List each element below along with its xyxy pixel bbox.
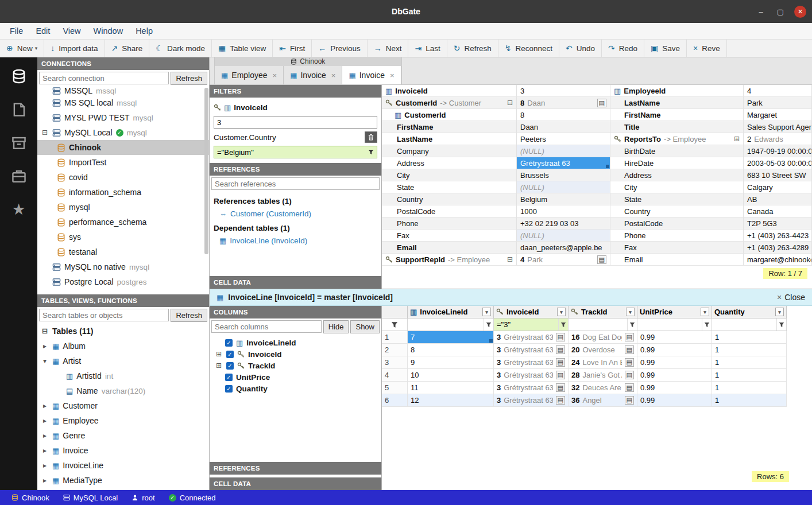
lookup-icon[interactable]: ▤ <box>556 396 565 405</box>
checkbox[interactable]: ✓ <box>225 339 233 347</box>
chevron-right-icon[interactable]: ▸ <box>41 342 49 350</box>
grid-cell[interactable]: 3 Grétrystraat 63 ▤ <box>494 394 569 407</box>
filter-icon[interactable] <box>558 318 568 331</box>
form-value[interactable]: Park <box>744 97 812 109</box>
grid-cell[interactable]: 3 Grétrystraat 63 ▤ <box>494 382 569 394</box>
form-value-selected[interactable]: Grétrystraat 63 <box>517 157 610 169</box>
filter-funnel-icon[interactable] <box>365 146 377 158</box>
menu-edit[interactable]: Edit <box>29 25 56 37</box>
grid-cell[interactable]: 12 <box>408 394 494 407</box>
form-value[interactable]: AB <box>744 193 812 205</box>
collapse-icon[interactable]: ⊟ <box>41 327 49 335</box>
menu-window[interactable]: Window <box>87 25 130 37</box>
close-icon[interactable]: × <box>273 71 277 80</box>
form-value-fk[interactable]: 2 Edwards <box>744 133 812 145</box>
table-item-album[interactable]: ▸ ▦ Album <box>37 339 209 354</box>
checkbox[interactable]: ✓ <box>225 374 233 381</box>
status-user[interactable]: root <box>125 494 161 502</box>
redo-button[interactable]: ↷ Redo <box>602 40 644 57</box>
expand-icon[interactable]: ⊞ <box>734 135 740 143</box>
lookup-icon[interactable]: ▤ <box>625 358 634 367</box>
grid-cell[interactable]: 24 Love In An Elevator ▤ <box>569 356 637 369</box>
invoiceid-filter-input[interactable] <box>214 116 377 129</box>
scrollbar[interactable] <box>204 88 208 254</box>
database-item[interactable]: sys <box>37 230 209 244</box>
last-button[interactable]: ⇥ Last <box>408 40 447 57</box>
chevron-down-icon[interactable]: ▾ <box>626 308 635 316</box>
filter-cell-unitprice[interactable] <box>637 318 712 331</box>
form-value[interactable]: 1000 <box>517 205 610 217</box>
column-header-invoiceid[interactable]: InvoiceId ▾ <box>494 306 569 318</box>
row-number[interactable]: 1 <box>382 331 408 344</box>
fill-handle[interactable] <box>606 165 609 168</box>
grid-cell[interactable]: 16 Dog Eat Dog ▤ <box>569 331 637 344</box>
reference-link-customer[interactable]: ⇔ Customer (CustomerId) <box>214 208 377 220</box>
form-value[interactable]: daan_peeters@apple.be <box>517 242 610 254</box>
lookup-icon[interactable]: ▤ <box>597 99 606 107</box>
filter-cell-quantity[interactable] <box>712 318 787 331</box>
row-number[interactable]: 6 <box>382 394 408 407</box>
grid-cell[interactable]: 36 Angel ▤ <box>569 394 637 407</box>
filter-cell-trackid[interactable] <box>569 318 637 331</box>
search-tables-input[interactable] <box>39 309 169 321</box>
grid-cell[interactable]: 28 Janie's Got A Gun ▤ <box>569 369 637 382</box>
menu-view[interactable]: View <box>56 25 87 37</box>
form-value[interactable]: margaret@chinookcorp.com <box>744 254 812 266</box>
grid-cell[interactable]: 0.99 <box>637 356 712 369</box>
column-toggle-unitprice[interactable]: ✓ UnitPrice <box>210 371 381 383</box>
table-item-customer[interactable]: ▸ ▦ Customer <box>37 398 209 413</box>
form-value[interactable]: 3 <box>517 85 610 97</box>
close-detail-button[interactable]: × Close <box>777 293 805 302</box>
connection-item[interactable]: Postgre Local postgres <box>37 274 209 289</box>
chevron-right-icon[interactable]: ▸ <box>41 417 49 425</box>
share-button[interactable]: ↗ Share <box>105 40 150 57</box>
remove-filter-button[interactable] <box>365 131 377 143</box>
grid-cell[interactable]: 1 <box>712 356 787 369</box>
table-item-genre[interactable]: ▸ ▦ Genre <box>37 428 209 443</box>
dark-mode-button[interactable]: ☾ Dark mode <box>149 40 212 57</box>
menu-file[interactable]: File <box>3 25 29 37</box>
connection-item[interactable]: MSSQL mssql <box>37 87 209 95</box>
table-view-button[interactable]: ▦ Table view <box>212 40 273 57</box>
chevron-right-icon[interactable]: ▸ <box>41 476 49 484</box>
database-item[interactable]: mysql <box>37 200 209 215</box>
show-button[interactable]: Show <box>350 320 380 333</box>
form-value[interactable]: 4 <box>744 85 812 97</box>
connections-refresh-button[interactable]: Refresh <box>171 72 207 85</box>
connection-item[interactable]: MS SQL local mssql <box>37 95 209 110</box>
favorites-nav-button[interactable]: ★ <box>0 193 37 226</box>
filter-icon[interactable] <box>776 318 786 331</box>
grid-cell[interactable]: 20 Overdose ▤ <box>569 344 637 356</box>
form-value[interactable]: 683 10 Street SW <box>744 169 812 181</box>
connection-item-mysql-local[interactable]: ⊟ MySQL Local ✓ mysql <box>37 125 209 140</box>
grid-cell[interactable]: 1 <box>712 394 787 407</box>
lookup-icon[interactable]: ▤ <box>556 333 565 341</box>
menu-help[interactable]: Help <box>129 25 159 37</box>
chevron-right-icon[interactable]: ▸ <box>41 402 49 410</box>
column-toggle-invoicelineid[interactable]: ✓ ▥ InvoiceLineId <box>210 337 381 348</box>
form-value[interactable]: +1 (403) 263-4423 <box>744 230 812 242</box>
tab-invoice-2[interactable]: ▦ Invoice × <box>342 66 401 84</box>
grid-cell[interactable]: 0.99 <box>637 382 712 394</box>
connection-item[interactable]: MySQL no native mysql <box>37 259 209 274</box>
expand-icon[interactable]: ⊞ <box>215 350 223 358</box>
chevron-right-icon[interactable]: ▸ <box>41 446 49 454</box>
filter-icon[interactable] <box>484 318 493 331</box>
form-value-null[interactable]: (NULL) <box>517 145 610 157</box>
connection-item[interactable]: MYSL PWD TEST mysql <box>37 110 209 125</box>
lookup-icon[interactable]: ▤ <box>625 383 634 392</box>
chevron-down-icon[interactable]: ▾ <box>482 308 491 316</box>
grid-cell[interactable]: 3 Grétrystraat 63 ▤ <box>494 331 569 344</box>
filter-icon[interactable] <box>702 318 712 331</box>
form-value[interactable]: Brussels <box>517 169 610 181</box>
lookup-icon[interactable]: ▤ <box>625 396 634 405</box>
search-connection-input[interactable] <box>39 72 169 84</box>
form-value[interactable]: T2P 5G3 <box>744 217 812 230</box>
grid-cell[interactable]: 8 <box>408 344 494 356</box>
grid-cell[interactable]: 0.99 <box>637 369 712 382</box>
form-value[interactable]: +1 (403) 263-4289 <box>744 242 812 254</box>
plugins-nav-button[interactable] <box>0 160 37 193</box>
row-number[interactable]: 3 <box>382 356 408 369</box>
lookup-icon[interactable]: ▤ <box>625 345 634 354</box>
reference-link-invoiceline[interactable]: ▦ InvoiceLine (InvoiceId) <box>214 235 377 247</box>
